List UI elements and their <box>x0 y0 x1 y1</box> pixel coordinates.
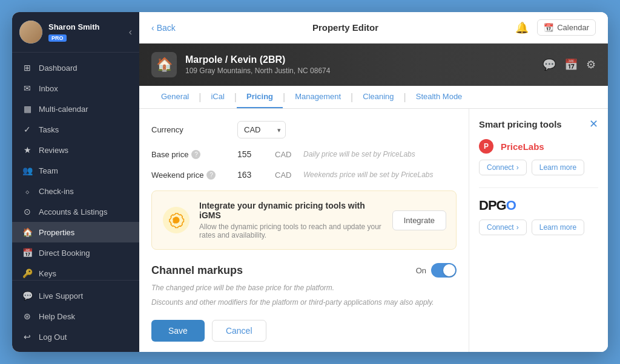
weekend-price-note: Weekends price will be set by PriceLabs <box>303 171 434 179</box>
pricelabs-learnmore-button[interactable]: Learn more <box>532 160 584 175</box>
user-info: Sharon Smith PRO <box>48 22 129 42</box>
currency-row: Currency CAD USD EUR GBP <box>151 121 457 138</box>
sidebar-item-label: Reviews <box>39 146 68 155</box>
dpgo-learnmore-button[interactable]: Learn more <box>532 219 584 235</box>
bell-icon[interactable]: 🔔 <box>515 21 529 34</box>
cancel-button[interactable]: Cancel <box>212 320 266 342</box>
sidebar-item-directbooking[interactable]: 📅 Direct Booking <box>12 242 139 263</box>
sidebar-item-livesupport[interactable]: 💬 Live Support <box>12 285 139 306</box>
integrate-desc: Allow the dynamic pricing tools to reach… <box>199 223 384 239</box>
properties-icon: 🏠 <box>22 227 33 237</box>
sidebar-item-inbox[interactable]: ✉ Inbox <box>12 78 139 99</box>
sidebar-item-properties[interactable]: 🏠 Properties <box>12 222 139 242</box>
keys-icon: 🔑 <box>22 268 33 278</box>
message-icon[interactable]: 💬 <box>542 58 556 71</box>
panel-divider <box>479 187 598 188</box>
team-icon: 👥 <box>22 166 33 175</box>
tab-pricing[interactable]: Pricing <box>237 86 283 108</box>
weekend-price-row: Weekend price ? 163 CAD Weekends price w… <box>151 170 457 180</box>
sidebar-item-label: Keys <box>39 269 56 278</box>
base-price-value: 155 <box>237 149 268 159</box>
sidebar: Sharon Smith PRO ‹ ⊞ Dashboard ✉ Inbox ▦… <box>12 12 139 352</box>
sidebar-item-team[interactable]: 👥 Team <box>12 160 139 181</box>
dpgo-tool: DPGO Connect › Learn more <box>479 198 598 235</box>
currency-select-wrapper[interactable]: CAD USD EUR GBP <box>237 121 286 138</box>
collapse-button[interactable]: ‹ <box>129 27 132 37</box>
sidebar-item-label: Accounts & Listings <box>39 207 107 216</box>
sidebar-footer: 💬 Live Support ⊛ Help Desk ↩ Log Out <box>12 280 139 352</box>
sidebar-item-label: Live Support <box>39 291 83 301</box>
close-panel-button[interactable]: ✕ <box>589 119 598 129</box>
base-price-note: Daily price will be set by PriceLabs <box>303 150 415 158</box>
form-actions: Save Cancel <box>151 320 457 342</box>
pricelabs-learnmore-label: Learn more <box>539 163 576 172</box>
dpgo-connect-chevron-icon: › <box>516 223 519 232</box>
sidebar-item-label: Check-ins <box>39 187 74 196</box>
sidebar-item-label: Multi-calendar <box>39 105 88 114</box>
channel-note-2: Discounts and other modifiers for the pl… <box>151 297 457 308</box>
property-actions: 💬 📅 ⚙ <box>542 58 596 71</box>
sidebar-item-accounts[interactable]: ⊙ Accounts & Listings <box>12 201 139 222</box>
panel-header: Smart pricing tools ✕ <box>479 119 598 129</box>
weekend-price-currency: CAD <box>275 171 296 180</box>
integrate-box: $ Integrate your dynamic pricing tools w… <box>151 190 457 250</box>
accounts-icon: ⊙ <box>22 207 33 216</box>
livesupport-icon: 💬 <box>22 291 33 301</box>
top-actions: 🔔 📆 Calendar <box>515 19 596 36</box>
dpgo-connect-button[interactable]: Connect › <box>479 219 527 235</box>
integrate-button[interactable]: Integrate <box>392 210 446 230</box>
base-price-help-icon[interactable]: ? <box>191 150 200 159</box>
app-container: Sharon Smith PRO ‹ ⊞ Dashboard ✉ Inbox ▦… <box>12 12 608 352</box>
channel-header: Channel markups On <box>151 263 457 278</box>
currency-select[interactable]: CAD USD EUR GBP <box>237 121 286 138</box>
tab-cleaning[interactable]: Cleaning <box>353 86 403 108</box>
top-bar: ‹ Back Property Editor 🔔 📆 Calendar <box>139 12 608 44</box>
sidebar-item-label: Dashboard <box>39 63 78 73</box>
tab-stealthmode[interactable]: Stealth Mode <box>406 86 472 108</box>
pricelabs-icon: P <box>479 139 493 154</box>
sidebar-item-checkins[interactable]: ⬦ Check-ins <box>12 181 139 201</box>
sidebar-header: Sharon Smith PRO ‹ <box>12 12 139 53</box>
save-button[interactable]: Save <box>151 320 205 342</box>
toggle-label: On <box>416 266 426 275</box>
sidebar-item-reviews[interactable]: ★ Reviews <box>12 140 139 160</box>
calendar-button[interactable]: 📆 Calendar <box>537 19 596 36</box>
sidebar-item-label: Inbox <box>39 84 58 93</box>
main-content: ‹ Back Property Editor 🔔 📆 Calendar 🏠 Ma… <box>139 12 608 352</box>
sidebar-item-keys[interactable]: 🔑 Keys <box>12 263 139 280</box>
tab-management[interactable]: Management <box>285 86 351 108</box>
back-chevron-icon: ‹ <box>151 23 154 33</box>
sidebar-item-label: Direct Booking <box>39 249 90 258</box>
sidebar-item-dashboard[interactable]: ⊞ Dashboard <box>12 57 139 78</box>
property-details: Marpole / Kevin (2BR) 109 Gray Mountains… <box>185 54 330 75</box>
base-price-row: Base price ? 155 CAD Daily price will be… <box>151 149 457 159</box>
tab-ical[interactable]: iCal <box>201 86 234 108</box>
smart-panel-title: Smart pricing tools <box>479 119 589 129</box>
sidebar-item-logout[interactable]: ↩ Log Out <box>12 327 139 347</box>
svg-text:$: $ <box>173 216 177 225</box>
inbox-icon: ✉ <box>22 83 33 93</box>
weekend-price-help-icon[interactable]: ? <box>206 171 216 180</box>
sidebar-item-multicalendar[interactable]: ▦ Multi-calendar <box>12 99 139 119</box>
back-label: Back <box>157 23 176 33</box>
sidebar-item-label: Tasks <box>39 125 59 134</box>
calendar-action-icon[interactable]: 📅 <box>564 58 578 71</box>
pricelabs-brand: P PriceLabs <box>479 139 598 154</box>
dpgo-actions: Connect › Learn more <box>479 219 598 235</box>
pricelabs-connect-button[interactable]: Connect › <box>479 160 527 175</box>
pricelabs-connect-label: Connect <box>487 163 514 172</box>
main-panel: Currency CAD USD EUR GBP Base price <box>139 109 469 352</box>
sidebar-item-tasks[interactable]: ✓ Tasks <box>12 119 139 140</box>
tabs-bar: General | iCal | Pricing | Management | … <box>139 86 608 109</box>
content-area: Currency CAD USD EUR GBP Base price <box>139 109 608 352</box>
settings-action-icon[interactable]: ⚙ <box>586 58 596 71</box>
avatar-image <box>19 21 42 44</box>
user-name: Sharon Smith <box>48 22 129 31</box>
tab-general[interactable]: General <box>151 86 199 108</box>
integrate-title: Integrate your dynamic pricing tools wit… <box>199 201 384 220</box>
channel-markups-toggle[interactable] <box>431 263 457 278</box>
weekend-price-label: Weekend price ? <box>151 171 230 180</box>
sidebar-item-helpdesk[interactable]: ⊛ Help Desk <box>12 306 139 327</box>
weekend-price-value: 163 <box>237 170 268 180</box>
back-button[interactable]: ‹ Back <box>151 23 176 33</box>
